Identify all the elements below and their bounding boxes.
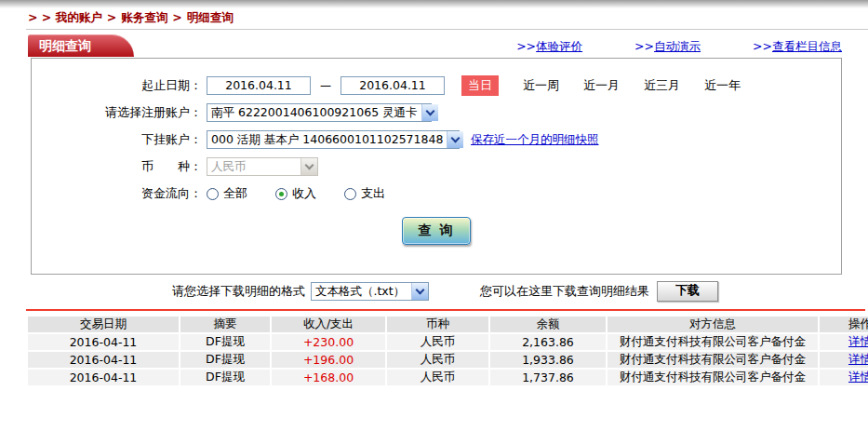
detail-link[interactable]: 详情 — [848, 334, 868, 348]
link-prefix: >> — [516, 39, 536, 53]
registered-account-row: 请选择注册账户： 南平 6222001406100921065 灵通卡 — [32, 102, 841, 123]
cell-date: 2016-04-11 — [28, 370, 179, 385]
date-range-dash: — — [320, 79, 331, 92]
breadcrumb-item-detail-query[interactable]: 明细查询 — [187, 10, 234, 24]
date-range-label: 起止日期： — [32, 77, 207, 94]
chevron-down-icon — [411, 283, 428, 300]
cell-currency: 人民币 — [387, 334, 488, 350]
registered-account-select[interactable]: 南平 6222001406100921065 灵通卡 — [207, 103, 432, 122]
download-row: 请您选择下载明细的格式 文本格式（.txt） 您可以在这里下载查询明细结果 下载 — [0, 281, 868, 302]
link-auto-demo[interactable]: >>自动演示 — [634, 39, 701, 55]
flow-content: 全部 收入 支出 — [207, 185, 413, 202]
cell-currency: 人民币 — [387, 370, 488, 385]
sub-account-value: 000 活期 基本户 1406600101102571848 — [207, 132, 447, 148]
link-label: 体验评价 — [536, 39, 582, 53]
breadcrumb-prefix: > > — [28, 10, 51, 24]
chevron-down-icon — [447, 131, 463, 148]
download-hint: 您可以在这里下载查询明细结果 — [480, 283, 649, 300]
cell-summary: DF提现 — [180, 334, 270, 350]
breadcrumb-separator: > — [172, 10, 181, 24]
chevron-glyph — [305, 161, 314, 170]
chevron-down-icon — [421, 104, 438, 121]
today-button[interactable]: 当日 — [461, 75, 499, 96]
link-prefix: >> — [634, 39, 654, 53]
flow-option-all[interactable]: 全部 — [207, 185, 247, 202]
query-form: 起止日期： 2016.04.11 — 2016.04.11 当日 近一周 近一月… — [31, 58, 842, 275]
sub-account-content: 000 活期 基本户 1406600101102571848 保存近一个月的明细… — [207, 130, 599, 149]
radio-icon — [344, 188, 356, 200]
column-header: 交易日期 — [28, 317, 179, 332]
range-last-month[interactable]: 近一月 — [583, 77, 620, 94]
flow-option-expense[interactable]: 支出 — [344, 185, 385, 202]
snapshot-link[interactable]: 保存近一个月的明细快照 — [471, 132, 599, 148]
chevron-down-icon — [300, 158, 317, 175]
flow-option-income[interactable]: 收入 — [275, 185, 316, 202]
table-divider — [26, 309, 865, 311]
download-format-select[interactable]: 文本格式（.txt） — [311, 282, 429, 301]
cell-counterparty: 财付通支付科技有限公司客户备付金 — [608, 334, 818, 350]
cell-date: 2016-04-11 — [28, 334, 179, 350]
download-button[interactable]: 下载 — [657, 281, 718, 302]
table-row: 2016-04-11DF提现+168.00人民币1,737.86财付通支付科技有… — [28, 370, 868, 385]
detail-link[interactable]: 详情 — [848, 352, 868, 366]
sub-account-select[interactable]: 000 活期 基本户 1406600101102571848 — [207, 130, 460, 149]
sub-account-label: 下挂账户： — [32, 131, 207, 148]
table-header-row: 交易日期摘要收入/支出币种余额对方信息操作 — [28, 317, 868, 332]
query-button[interactable]: 查 询 — [402, 217, 471, 245]
cell-amount: +230.00 — [272, 334, 385, 350]
column-header: 摘要 — [180, 317, 270, 332]
radio-label: 收入 — [292, 185, 316, 202]
tab-title: 明细查询 — [39, 38, 91, 53]
range-last-week[interactable]: 近一周 — [523, 77, 559, 94]
date-to-input[interactable]: 2016.04.11 — [341, 76, 445, 95]
tab-detail-query[interactable]: 明细查询 — [28, 34, 134, 57]
transactions-table: 交易日期摘要收入/支出币种余额对方信息操作 2016-04-11DF提现+230… — [26, 315, 868, 387]
cell-currency: 人民币 — [387, 352, 488, 368]
table-row: 2016-04-11DF提现+196.00人民币1,933.86财付通支付科技有… — [28, 352, 868, 368]
chevron-glyph — [425, 107, 434, 116]
link-experience-rating[interactable]: >>体验评价 — [516, 39, 582, 55]
registered-account-label: 请选择注册账户： — [32, 104, 207, 121]
column-header: 对方信息 — [608, 317, 818, 332]
cell-summary: DF提现 — [180, 370, 270, 385]
top-gradient-bar — [0, 0, 868, 8]
flow-row: 资金流向： 全部 收入 支出 — [32, 183, 841, 204]
cell-counterparty: 财付通支付科技有限公司客户备付金 — [608, 370, 818, 385]
link-prefix: >> — [753, 39, 772, 53]
breadcrumb-item-account-query[interactable]: 账务查询 — [121, 10, 167, 24]
column-header: 收入/支出 — [272, 317, 385, 332]
table-row: 2016-04-11DF提现+230.00人民币2,163.86财付通支付科技有… — [28, 334, 868, 350]
radio-label: 全部 — [223, 185, 247, 202]
registered-account-value: 南平 6222001406100921065 灵通卡 — [207, 105, 421, 121]
chevron-glyph — [451, 134, 461, 143]
link-label: 查看栏目信息 — [772, 39, 842, 53]
transactions-table-body: 2016-04-11DF提现+230.00人民币2,163.86财付通支付科技有… — [28, 334, 868, 385]
radio-icon — [275, 188, 287, 200]
cell-summary: DF提现 — [180, 352, 270, 368]
cell-balance: 2,163.86 — [490, 334, 606, 350]
range-last-year[interactable]: 近一年 — [704, 77, 741, 94]
currency-value: 人民币 — [207, 159, 250, 175]
cell-counterparty: 财付通支付科技有限公司客户备付金 — [608, 352, 818, 368]
chevron-glyph — [416, 286, 425, 295]
cell-date: 2016-04-11 — [28, 352, 179, 368]
sub-account-row: 下挂账户： 000 活期 基本户 1406600101102571848 保存近… — [32, 129, 841, 150]
detail-link[interactable]: 详情 — [848, 370, 868, 384]
flow-label: 资金流向： — [32, 185, 207, 202]
breadcrumb-item-my-account[interactable]: 我的账户 — [56, 10, 102, 24]
radio-icon — [207, 188, 219, 200]
date-range-row: 起止日期： 2016.04.11 — 2016.04.11 当日 近一周 近一月… — [32, 75, 841, 96]
breadcrumb: > > 我的账户>账务查询>明细查询 — [28, 10, 234, 26]
download-format-value: 文本格式（.txt） — [312, 284, 408, 300]
cell-amount: +168.00 — [272, 370, 385, 385]
cell-action: 详情 — [820, 370, 868, 385]
link-view-column-info[interactable]: >>查看栏目信息 — [753, 39, 842, 55]
currency-label: 币 种： — [32, 158, 207, 175]
cell-action: 详情 — [820, 352, 868, 368]
cell-amount: +196.00 — [272, 352, 385, 368]
date-from-input[interactable]: 2016.04.11 — [207, 76, 311, 95]
link-label: 自动演示 — [654, 39, 701, 53]
column-header: 币种 — [387, 317, 488, 332]
range-last-3-months[interactable]: 近三月 — [644, 77, 680, 94]
currency-row: 币 种： 人民币 — [32, 156, 841, 177]
